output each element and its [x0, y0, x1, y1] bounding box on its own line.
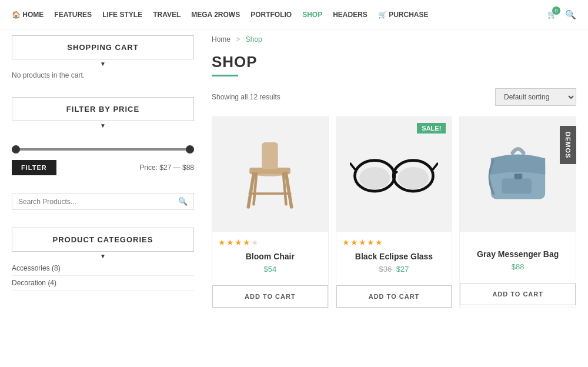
svg-point-14	[398, 166, 429, 189]
svg-rect-16	[502, 178, 532, 193]
cart-empty-text: No products in the cart.	[12, 71, 194, 79]
add-to-cart-bloom-chair[interactable]: ADD TO CART	[212, 285, 328, 308]
slider-track	[12, 148, 194, 151]
shop-title: SHOP	[212, 53, 576, 71]
categories-list: Accessories (8) Decoration (4)	[12, 261, 194, 291]
shopping-cart-title: SHOPPING CART	[67, 43, 138, 52]
categories-title: PRODUCT CATEGORIES	[53, 235, 153, 244]
svg-line-12	[433, 164, 438, 169]
product-name-eclipse-glass: Black Eclipse Glass	[342, 252, 446, 261]
cart-nav-icon: 🛒	[378, 11, 387, 19]
svg-rect-2	[262, 142, 279, 169]
nav-item-features[interactable]: FEATURES	[54, 11, 92, 19]
add-to-cart-eclipse-glass[interactable]: ADD TO CART	[336, 285, 452, 308]
product-card-eclipse-glass: SALE!	[336, 116, 453, 308]
add-to-cart-messenger-bag[interactable]: ADD TO CART	[460, 283, 576, 305]
product-image-messenger-bag	[460, 117, 576, 232]
nav-item-headers[interactable]: HEADERS	[333, 11, 368, 19]
results-count: Showing all 12 results	[212, 93, 280, 101]
product-stars-eclipse-glass: ★ ★ ★ ★ ★	[336, 232, 452, 248]
chair-svg	[238, 131, 302, 219]
slider-fill	[12, 148, 194, 151]
svg-line-11	[350, 164, 355, 169]
products-grid: ★ ★ ★ ★ ★ Bloom Chair $54 ADD TO CART	[212, 116, 576, 308]
product-info-eclipse-glass: Black Eclipse Glass $36 $27	[336, 248, 452, 285]
product-categories-widget: PRODUCT CATEGORIES Accessories (8) Decor…	[12, 228, 194, 291]
product-name-messenger-bag: Gray Messenger Bag	[466, 249, 570, 259]
shopping-cart-widget: SHOPPING CART No products in the cart.	[12, 35, 194, 79]
nav-item-travel[interactable]: TRAVEL	[153, 11, 181, 19]
product-price-messenger-bag: $88	[466, 262, 570, 271]
search-box: 🔍	[12, 193, 194, 210]
bag-svg	[483, 136, 553, 213]
product-image-bloom-chair	[212, 117, 328, 232]
home-icon: 🏠	[12, 11, 21, 19]
svg-point-13	[359, 166, 390, 189]
breadcrumb-separator: >	[236, 35, 240, 44]
nav-item-mega2rows[interactable]: MEGA 2ROWS	[191, 11, 240, 19]
filter-price-widget: FILTER BY PRICE FILTER Price: $27 — $88	[12, 97, 194, 175]
price-slider: FILTER Price: $27 — $88	[12, 131, 194, 175]
product-card-bloom-chair: ★ ★ ★ ★ ★ Bloom Chair $54 ADD TO CART	[212, 116, 329, 308]
product-price-eclipse-glass: $36 $27	[342, 265, 446, 273]
shop-title-underline	[212, 75, 238, 76]
product-stars-bloom-chair: ★ ★ ★ ★ ★	[212, 232, 328, 248]
product-price-bloom-chair: $54	[218, 265, 322, 273]
product-image-eclipse-glass: SALE!	[336, 117, 452, 232]
shopping-cart-title-box: SHOPPING CART	[12, 35, 194, 59]
product-card-messenger-bag: Gray Messenger Bag $88 ADD TO CART	[459, 116, 576, 308]
cart-badge: 0	[552, 6, 560, 15]
filter-title: FILTER BY PRICE	[66, 105, 139, 114]
search-input[interactable]	[18, 198, 178, 206]
product-info-bloom-chair: Bloom Chair $54	[212, 248, 328, 285]
breadcrumb-home[interactable]: Home	[212, 35, 230, 44]
demos-tab[interactable]: DEMOS	[560, 126, 576, 164]
breadcrumb: Home > Shop	[212, 35, 576, 44]
main-content: Home > Shop SHOP Showing all 12 results …	[206, 35, 576, 308]
glasses-svg	[350, 148, 438, 201]
search-icon[interactable]: 🔍	[178, 197, 188, 206]
svg-rect-17	[514, 174, 522, 179]
category-decoration[interactable]: Decoration (4)	[12, 276, 194, 291]
product-info-messenger-bag: Gray Messenger Bag $88	[460, 246, 576, 283]
product-name-bloom-chair: Bloom Chair	[218, 252, 322, 261]
nav-item-shop[interactable]: SHOP	[302, 11, 322, 19]
product-stars-bag	[460, 232, 576, 246]
sidebar: SHOPPING CART No products in the cart. F…	[12, 35, 206, 308]
nav-item-portfolio[interactable]: PORTFOLIO	[250, 11, 292, 19]
nav-item-lifestyle[interactable]: LIFE STYLE	[102, 11, 142, 19]
cart-icon-button[interactable]: 🛒 0	[547, 10, 557, 19]
sale-badge: SALE!	[417, 123, 446, 134]
search-widget: 🔍	[12, 193, 194, 210]
breadcrumb-current: Shop	[246, 35, 262, 44]
sort-select[interactable]: Default sorting	[495, 88, 576, 106]
categories-title-box: PRODUCT CATEGORIES	[12, 228, 194, 252]
price-range-label: Price: $27 — $88	[139, 164, 194, 172]
shop-toolbar: Showing all 12 results Default sorting	[212, 88, 576, 106]
filter-title-box: FILTER BY PRICE	[12, 97, 194, 121]
filter-button[interactable]: FILTER	[12, 160, 56, 175]
slider-thumb-right[interactable]	[186, 145, 194, 154]
slider-thumb-left[interactable]	[12, 145, 20, 154]
nav-item-home[interactable]: 🏠 HOME	[12, 11, 44, 19]
category-accessories[interactable]: Accessories (8)	[12, 261, 194, 276]
search-nav-icon[interactable]: 🔍	[565, 9, 576, 20]
nav-item-purchase[interactable]: 🛒 PURCHASE	[378, 11, 429, 19]
